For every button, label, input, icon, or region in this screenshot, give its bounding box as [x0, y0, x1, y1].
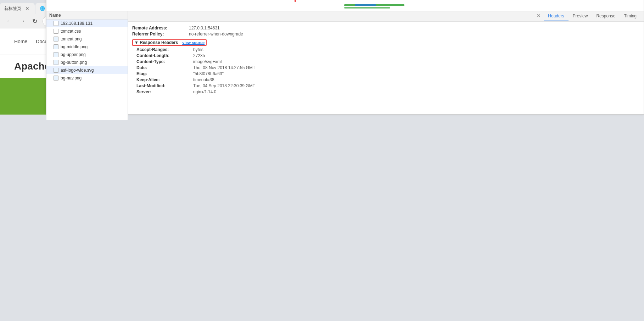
panel-tab-timing[interactable]: Timing — [620, 11, 641, 21]
response-headers-title: ▼ Response Headers — [134, 40, 178, 45]
resp-key-7: Server: — [136, 89, 193, 94]
name-column-header: Name — [46, 11, 128, 20]
resp-val-1: 27235 — [193, 53, 205, 58]
headers-content: Remote Address: 127.0.0.1:54631 Referrer… — [128, 22, 644, 98]
view-source-link[interactable]: view source — [182, 40, 205, 45]
resp-row-3: Date: Thu, 08 Nov 2018 14:27:55 GMT — [132, 65, 639, 70]
resp-row-5: Keep-Alive: timeout=38 — [132, 77, 639, 82]
file-name-1: 192.168.189.131 — [61, 21, 93, 26]
nav-home[interactable]: Home — [14, 39, 27, 44]
resp-val-5: timeout=38 — [193, 77, 214, 82]
resp-val-2: image/svg+xml — [193, 59, 222, 64]
tab-1-title: 新标签页 — [4, 6, 21, 12]
headers-panel: ✕ Headers Preview Response Timing Remote… — [128, 11, 644, 120]
refresh-button[interactable]: ↻ — [30, 16, 40, 26]
resp-val-6: Tue, 04 Sep 2018 22:30:39 GMT — [193, 83, 255, 88]
referrer-policy-row: Referrer Policy: no-referrer-when-downgr… — [132, 32, 639, 37]
resp-row-2: Content-Type: image/svg+xml — [132, 59, 639, 64]
file-item-6[interactable]: bg-button.png — [46, 59, 128, 66]
webpage-content: Home Documentation Configuration Example… — [0, 28, 644, 115]
referrer-policy-key: Referrer Policy: — [132, 32, 189, 37]
resp-row-7: Server: nginx/1.14.0 — [132, 89, 639, 94]
back-button[interactable]: ← — [4, 16, 14, 26]
remote-address-row: Remote Address: 127.0.0.1:54631 — [132, 26, 639, 31]
resp-row-1: Content-Length: 27235 — [132, 53, 639, 58]
panel-tabs: ✕ Headers Preview Response Timing — [128, 11, 644, 22]
timeline-bar-4 — [295, 0, 296, 2]
file-name-8: bg-nav.png — [61, 76, 82, 81]
file-item-2[interactable]: tomcat.css — [46, 27, 128, 35]
file-item-8[interactable]: bg-nav.png — [46, 74, 128, 82]
panel-close-button[interactable]: ✕ — [534, 11, 544, 21]
referrer-policy-val: no-referrer-when-downgrade — [189, 32, 243, 37]
file-item-5[interactable]: bg-upper.png — [46, 51, 128, 59]
remote-address-key: Remote Address: — [132, 26, 189, 31]
resp-key-3: Date: — [136, 65, 193, 70]
response-headers-section: ▼ Response Headers view source — [132, 39, 639, 46]
file-name-7: asf-logo-wide.svg — [61, 68, 94, 73]
timeline-bar-6 — [355, 4, 376, 6]
timeline-area: 10 ms 20 ms 30 ms 40 ms 50 ms 60 ms 70 m… — [46, 0, 644, 11]
forward-button[interactable]: → — [17, 16, 27, 26]
devtools-main: Name 192.168.189.131 tomcat.css tomcat.p… — [46, 11, 644, 120]
file-icon-5 — [54, 52, 58, 57]
resp-key-4: Etag: — [136, 71, 193, 76]
response-headers-list: Accept-Ranges: bytes Content-Length: 272… — [132, 47, 639, 94]
panel-tab-response[interactable]: Response — [592, 11, 620, 21]
tab-1-close[interactable]: ✕ — [24, 5, 30, 12]
remote-address-val: 127.0.0.1:54631 — [189, 26, 220, 31]
file-icon-8 — [54, 76, 58, 81]
file-name-3: tomcat.png — [61, 37, 82, 41]
browser-window: 新标签页 ✕ 🌐 博客后台管理 - 博客园 ✕ 🐱 Apache Tomcat/… — [0, 0, 644, 321]
file-name-6: bg-button.png — [61, 60, 87, 65]
resp-val-0: bytes — [193, 47, 203, 52]
file-icon-2 — [54, 29, 58, 34]
file-icon-7 — [54, 68, 58, 73]
resp-row-4: Etag: "5b8f078f-6a63" — [132, 71, 639, 76]
timeline-bars — [46, 0, 644, 11]
file-name-5: bg-upper.png — [61, 52, 86, 57]
timeline-bar-7 — [344, 7, 390, 9]
file-icon-4 — [54, 44, 58, 49]
resp-key-6: Last-Modified: — [136, 83, 193, 88]
resp-key-0: Accept-Ranges: — [136, 47, 193, 52]
resp-key-5: Keep-Alive: — [136, 77, 193, 82]
file-icon-3 — [54, 37, 58, 41]
file-name-2: tomcat.css — [61, 29, 81, 34]
file-item-3[interactable]: tomcat.png — [46, 35, 128, 43]
resp-key-2: Content-Type: — [136, 59, 193, 64]
file-name-4: bg-middle.png — [61, 44, 88, 49]
panel-tab-headers[interactable]: Headers — [544, 11, 568, 21]
file-item-7[interactable]: asf-logo-wide.svg — [46, 66, 128, 74]
panel-tab-preview[interactable]: Preview — [569, 11, 592, 21]
tab-1[interactable]: 新标签页 ✕ — [0, 3, 35, 14]
resp-val-7: nginx/1.14.0 — [193, 89, 216, 94]
resp-key-1: Content-Length: — [136, 53, 193, 58]
file-list: Name 192.168.189.131 tomcat.css tomcat.p… — [46, 11, 128, 120]
resp-val-4: "5b8f078f-6a63" — [193, 71, 224, 76]
resp-row-0: Accept-Ranges: bytes — [132, 47, 639, 52]
resp-val-3: Thu, 08 Nov 2018 14:27:55 GMT — [193, 65, 255, 70]
file-item-4[interactable]: bg-middle.png — [46, 43, 128, 51]
resp-row-6: Last-Modified: Tue, 04 Sep 2018 22:30:39… — [132, 83, 639, 88]
file-icon-1 — [54, 21, 58, 26]
file-icon-6 — [54, 60, 58, 65]
devtools-panel: ⠿ ↖ 📱 DevTools - 192.168.189.131/ Elemen… — [46, 0, 644, 115]
file-item-1[interactable]: 192.168.189.131 — [46, 20, 128, 27]
response-headers-title-box: ▼ Response Headers view source — [132, 39, 207, 46]
